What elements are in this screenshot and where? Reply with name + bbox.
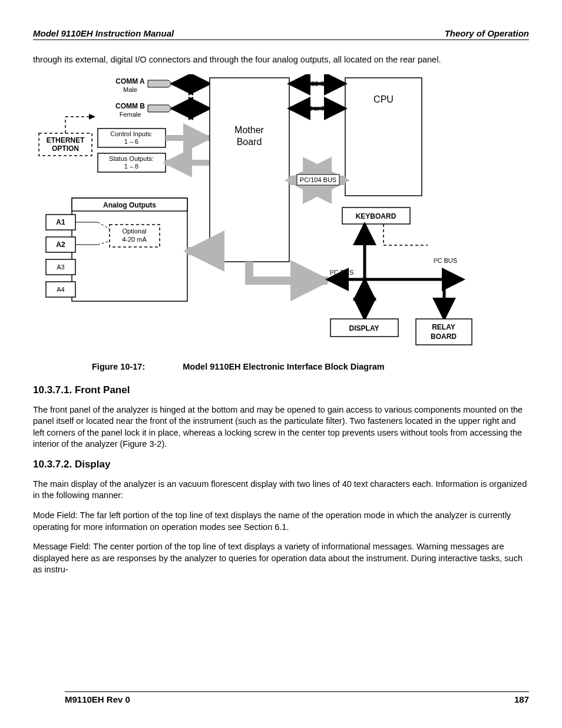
label-i2c-1: I²C BUS (330, 269, 353, 276)
label-stat-1: Status Outputs: (109, 155, 154, 162)
label-stat-2: 1 – 8 (124, 163, 138, 170)
figure-caption: Figure 10-17: Model 9110EH Electronic In… (92, 362, 529, 371)
page-header: Model 9110EH Instruction Manual Theory o… (33, 28, 529, 40)
label-comm-a-sub: Male (123, 86, 137, 93)
intro-paragraph: through its external, digital I/O connec… (33, 54, 529, 66)
label-a4: A4 (57, 286, 64, 293)
caption-text: Model 9110EH Electronic Interface Block … (183, 362, 385, 371)
svg-rect-10 (210, 78, 289, 262)
label-a3: A3 (57, 263, 64, 271)
label-analog-outputs: Analog Outputs (103, 201, 156, 209)
document-page: Model 9110EH Instruction Manual Theory o… (0, 0, 562, 728)
label-keyboard: KEYBOARD (356, 212, 396, 220)
para-display-1: The main display of the analyzer is an v… (33, 479, 529, 502)
svg-point-37 (442, 277, 447, 282)
header-right: Theory of Operation (445, 28, 529, 38)
page-footer: M9110EH Rev 0 187 (65, 691, 529, 704)
label-opt-1: Optional (123, 228, 147, 235)
para-display-3: Message Field: The center portion of the… (33, 541, 529, 576)
label-comm-a: COMM A (115, 77, 145, 85)
heading-front-panel: 10.3.7.1. Front Panel (33, 384, 529, 396)
label-relay-2: BOARD (431, 332, 457, 341)
label-display: DISPLAY (349, 324, 379, 332)
label-i2c-2: I²C BUS (434, 257, 457, 264)
label-pc104: PC/104 BUS (300, 176, 336, 183)
header-left: Model 9110EH Instruction Manual (33, 28, 174, 38)
label-a1: A1 (56, 218, 65, 226)
label-a2: A2 (56, 241, 65, 249)
para-front-panel-1: The front panel of the analyzer is hinge… (33, 404, 529, 450)
para-display-2: Mode Field: The far left portion of the … (33, 510, 529, 533)
footer-left: M9110EH Rev 0 (65, 694, 130, 704)
label-mb-2: Board (237, 137, 262, 147)
label-comm-b-sub: Female (120, 111, 141, 118)
label-ethernet-2: OPTION (52, 144, 79, 153)
label-opt-2: 4-20 mA (122, 236, 147, 243)
footer-right: 187 (514, 694, 529, 704)
caption-label: Figure 10-17: (92, 362, 145, 371)
block-diagram: COMM A Male COMM B Female ETHERNET OPTIO… (33, 74, 481, 351)
label-comm-b: COMM B (115, 102, 145, 110)
label-ethernet-1: ETHERNET (47, 136, 85, 144)
label-mb-1: Mother (234, 125, 264, 135)
heading-display: 10.3.7.2. Display (33, 459, 529, 470)
svg-rect-16 (72, 198, 187, 301)
label-ctrl-2: 1 – 6 (124, 138, 138, 145)
label-relay-1: RELAY (432, 323, 455, 331)
label-cpu: CPU (373, 94, 394, 104)
svg-marker-5 (89, 114, 95, 120)
label-ctrl-1: Control Inputs: (110, 130, 153, 137)
